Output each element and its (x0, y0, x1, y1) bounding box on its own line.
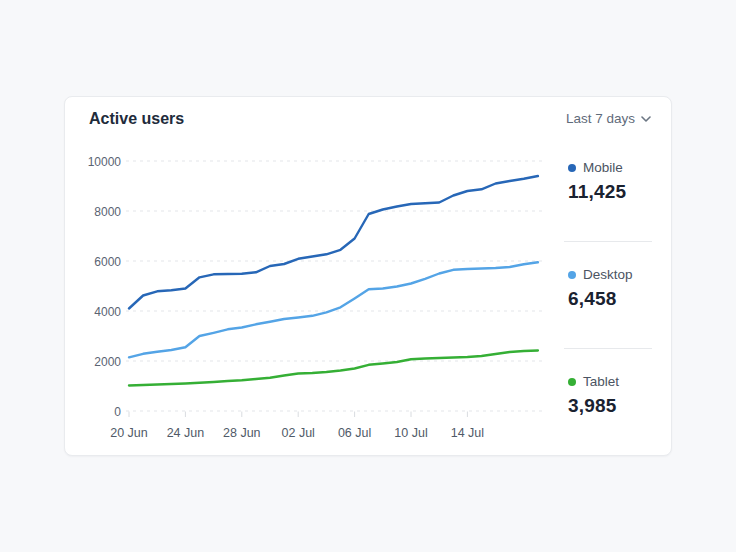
chart-legend: Mobile 11,425 Desktop 6,458 Tablet 3,985 (564, 97, 652, 455)
svg-text:0: 0 (114, 405, 121, 419)
svg-text:02 Jul: 02 Jul (282, 426, 315, 440)
legend-value: 3,985 (568, 395, 652, 417)
svg-text:8000: 8000 (94, 205, 121, 219)
legend-value: 11,425 (568, 181, 652, 203)
svg-text:10 Jul: 10 Jul (394, 426, 427, 440)
legend-item-tablet: Tablet 3,985 (568, 373, 652, 417)
svg-text:28 Jun: 28 Jun (223, 426, 261, 440)
svg-text:24 Jun: 24 Jun (167, 426, 205, 440)
legend-label: Mobile (583, 159, 623, 177)
svg-text:06 Jul: 06 Jul (338, 426, 371, 440)
legend-item-desktop: Desktop 6,458 (568, 266, 652, 310)
legend-label: Tablet (583, 373, 619, 391)
svg-text:20 Jun: 20 Jun (110, 426, 148, 440)
svg-text:2000: 2000 (94, 355, 121, 369)
desktop-series-dot (568, 271, 576, 279)
svg-text:6000: 6000 (94, 255, 121, 269)
svg-text:14 Jul: 14 Jul (451, 426, 484, 440)
svg-text:10000: 10000 (88, 155, 122, 169)
mobile-series-dot (568, 164, 576, 172)
legend-item-mobile: Mobile 11,425 (568, 159, 652, 203)
legend-label: Desktop (583, 266, 633, 284)
legend-divider (564, 348, 652, 349)
active-users-line-chart: 020004000600080001000020 Jun24 Jun28 Jun… (79, 151, 559, 451)
legend-divider (564, 241, 652, 242)
active-users-card: Active users Last 7 days 020004000600080… (64, 96, 672, 456)
legend-value: 6,458 (568, 288, 652, 310)
chart-title: Active users (89, 110, 184, 128)
svg-text:4000: 4000 (94, 305, 121, 319)
tablet-series-dot (568, 378, 576, 386)
